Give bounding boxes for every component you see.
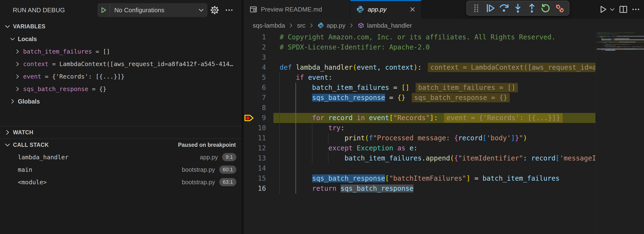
step-into-icon[interactable] xyxy=(511,2,525,14)
call-stack-frame[interactable]: <module> bootstrap.py 63:1 xyxy=(0,176,242,188)
call-stack-frame[interactable]: lambda_handler app.py 9:1 xyxy=(0,151,242,163)
tab-preview-readme-md[interactable]: Preview README.md xyxy=(244,0,350,19)
code-line-1[interactable]: # Copyright Amazon.com, Inc. or its affi… xyxy=(274,32,596,42)
debug-panel-toolbar: RUN AND DEBUG No Configurations xyxy=(0,0,242,20)
indent-guide xyxy=(296,113,296,123)
more-actions-icon[interactable] xyxy=(630,3,642,16)
variable-row[interactable]: event = {'Records': [{...}]} xyxy=(0,70,242,83)
call-stack-section-label: CALL STACK xyxy=(13,142,49,148)
indent-guide xyxy=(280,73,280,83)
code-line-6[interactable]: batch_item_failures = []batch_item_failu… xyxy=(274,83,596,93)
breadcrumb-item-lambda-handler[interactable]: lambda_handler xyxy=(358,22,412,29)
variable-name: event xyxy=(23,73,41,80)
indent-guide xyxy=(296,153,296,163)
frame-line-column-badge: 63:1 xyxy=(219,178,236,186)
indent-guide xyxy=(328,133,328,143)
variables-scope-globals[interactable]: Globals xyxy=(0,95,242,108)
gear-icon[interactable] xyxy=(209,4,220,16)
variables-section-label: VARIABLES xyxy=(13,23,46,30)
minimap[interactable]: # Copyright Amazon.com, Inc. or its affi… xyxy=(596,32,644,234)
disconnect-icon[interactable] xyxy=(552,2,566,14)
code-line-15[interactable]: sqs_batch_response["batchItemFailures"] … xyxy=(274,173,596,184)
variable-row[interactable]: sqs_batch_response = {} xyxy=(0,83,242,95)
variable-row[interactable]: context = LambdaContext([aws_request_id=… xyxy=(0,58,242,70)
indent-guide xyxy=(296,123,296,133)
frame-function-name: main xyxy=(18,166,32,173)
tab-label: app.py xyxy=(368,6,386,13)
code-line-7[interactable]: sqs_batch_response = {}sqs_batch_respons… xyxy=(274,93,596,103)
chevron-right-icon xyxy=(14,73,21,80)
breadcrumb-separator-icon xyxy=(348,22,354,29)
run-dropdown-icon[interactable] xyxy=(608,3,617,16)
code-line-4[interactable]: def lambda_handler(event, context):conte… xyxy=(274,62,596,73)
step-out-icon[interactable] xyxy=(525,2,539,14)
start-debugging-icon[interactable] xyxy=(98,3,110,17)
restart-icon[interactable] xyxy=(539,2,553,14)
code-line-8[interactable] xyxy=(274,103,596,113)
paused-breakpoint-icon[interactable] xyxy=(244,113,254,123)
code-line-10[interactable]: try: xyxy=(274,123,596,133)
variable-row[interactable]: batch_item_failures = [] xyxy=(0,45,242,58)
run-and-debug-panel: RUN AND DEBUG No Configurations VARIABLE… xyxy=(0,0,242,234)
inline-debug-value: sqs_batch_response = {} xyxy=(412,93,510,102)
variables-scope-locals[interactable]: Locals xyxy=(0,33,242,45)
debug-config-dropdown[interactable]: No Configurations xyxy=(98,3,208,17)
code-line-11[interactable]: print(f"Processed message: {record['body… xyxy=(274,133,596,143)
code-line-14[interactable] xyxy=(274,163,596,173)
frame-function-name: lambda_handler xyxy=(18,154,68,161)
breadcrumb-separator-icon xyxy=(308,22,314,29)
code-line-9[interactable]: for record in event["Records"]:event = {… xyxy=(274,113,596,123)
split-editor-icon[interactable] xyxy=(617,3,630,16)
breadcrumb-label: src xyxy=(297,22,306,29)
indent-guide xyxy=(280,93,280,103)
more-actions-icon[interactable] xyxy=(223,4,235,16)
call-stack-section-header[interactable]: CALL STACK Paused on breakpoint xyxy=(0,138,242,151)
frame-file-name: bootstrap.py xyxy=(182,179,215,186)
variables-section-header[interactable]: VARIABLES xyxy=(0,20,242,33)
code-line-13[interactable]: batch_item_failures.append({"itemIdentif… xyxy=(274,153,596,163)
code-line-3[interactable] xyxy=(274,52,596,62)
breadcrumb-item-sqs-lambda[interactable]: sqs-lambda xyxy=(253,22,285,29)
indent-guide xyxy=(280,103,280,113)
tab-app-py[interactable]: app.py xyxy=(350,0,422,19)
frame-file-name: bootstrap.py xyxy=(182,166,215,173)
indent-guide xyxy=(280,113,280,123)
breadcrumb-item-app-py[interactable]: app.py xyxy=(318,22,345,29)
inline-debug-value: batch_item_failures = [] xyxy=(416,83,518,92)
breadcrumb-item-src[interactable]: src xyxy=(297,22,306,29)
editor-group: Preview README.md app.py sqs-lambdasrcap… xyxy=(244,0,644,234)
close-icon[interactable] xyxy=(409,5,416,13)
drag-handle-icon[interactable] xyxy=(469,2,483,14)
tab-label: Preview README.md xyxy=(261,6,322,13)
step-over-icon[interactable] xyxy=(497,2,511,14)
indent-guide xyxy=(328,153,328,163)
editor-actions xyxy=(597,0,644,19)
indent-guide xyxy=(312,153,312,163)
watch-section-header[interactable]: WATCH xyxy=(0,126,242,138)
code-line-5[interactable]: if event: xyxy=(274,73,596,83)
indent-guide xyxy=(280,143,280,153)
chevron-right-icon xyxy=(14,48,21,55)
continue-icon[interactable] xyxy=(483,2,497,14)
code-line-12[interactable]: except Exception as e: xyxy=(274,143,596,153)
variable-name: context xyxy=(23,61,48,68)
variable-value: LambdaContext([aws_request_id=a8fa412f-a… xyxy=(60,61,235,68)
call-stack-frame[interactable]: main bootstrap.py 60:1 xyxy=(0,163,242,176)
code-line-16[interactable]: return sqs_batch_response xyxy=(274,184,596,194)
indent-guide xyxy=(296,184,296,194)
breadcrumb-separator-icon xyxy=(288,22,294,29)
breadcrumb: sqs-lambdasrcapp.pylambda_handler xyxy=(244,19,644,32)
chevron-down-icon xyxy=(9,36,16,42)
breadcrumb-label: app.py xyxy=(326,22,345,29)
code-lines[interactable]: # Copyright Amazon.com, Inc. or its affi… xyxy=(274,32,596,194)
indent-guide xyxy=(280,153,280,163)
indent-guide xyxy=(280,83,280,93)
code-editor[interactable]: 12345678910111213141516 # Copyright Amaz… xyxy=(244,32,644,234)
code-line-2[interactable]: # SPDX-License-Identifier: Apache-2.0 xyxy=(274,42,596,52)
preview-icon xyxy=(249,5,258,13)
indent-guide xyxy=(296,143,296,153)
frame-file-name: app.py xyxy=(200,154,218,161)
debug-toolbar[interactable] xyxy=(466,1,570,16)
indent-guide xyxy=(280,133,280,143)
frame-function-name: <module> xyxy=(18,179,47,186)
